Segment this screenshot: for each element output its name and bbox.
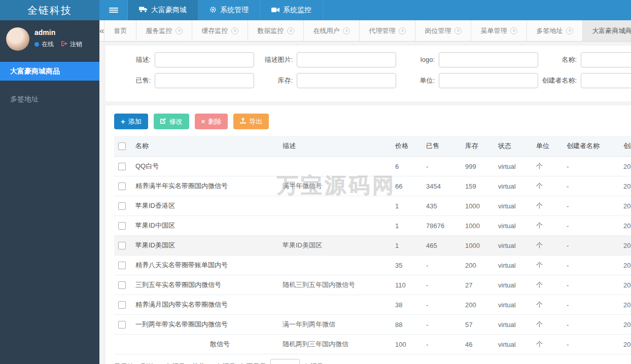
cell-unit: 个 <box>532 335 563 354</box>
form-field: 单位: <box>398 73 540 88</box>
tab-bar: « 首页 × 服务监控 × 缓存监控 × 数据监控 × 在线用户 × 代理管理 … <box>99 20 631 42</box>
cell-creator: - <box>563 196 619 216</box>
form-field-label: 已售: <box>114 77 151 85</box>
column-header[interactable]: 描述 <box>278 136 391 157</box>
table-row[interactable]: 三到五年实名带圈国内微信号 随机三到五年国内微信号 110 - 27 virtu… <box>114 275 631 295</box>
cell-name: 苹果ID中国区 <box>131 216 278 236</box>
sidebar-menu-item[interactable]: 多签地址 <box>0 90 99 108</box>
form-field-input[interactable] <box>581 52 631 67</box>
form-field-input[interactable] <box>155 52 254 67</box>
row-checkbox[interactable] <box>118 242 126 249</box>
column-header[interactable]: 创建者名称 <box>563 136 619 157</box>
row-checkbox[interactable] <box>118 262 126 269</box>
hamburger-icon <box>109 7 118 14</box>
cell-unit: 个 <box>532 236 563 256</box>
form-field-input[interactable] <box>439 52 538 67</box>
tab-close-icon[interactable]: × <box>343 27 350 34</box>
row-checkbox[interactable] <box>118 222 126 230</box>
tab-close-icon[interactable]: × <box>399 27 406 34</box>
tabs-scroll-left-button[interactable]: « <box>99 20 104 41</box>
column-header[interactable]: 已售 <box>422 136 461 157</box>
form-field-input[interactable] <box>155 73 254 88</box>
cell-sold: 465 <box>422 236 461 256</box>
column-header[interactable]: 库存 <box>461 136 494 157</box>
cell-price: 1 <box>391 216 422 236</box>
cell-stock: 159 <box>461 176 494 196</box>
cell-created: 20 <box>619 157 631 176</box>
table-row[interactable]: 一到两年带实名带圈国内微信号 满一年到两年微信 88 - 57 virtual … <box>114 315 631 335</box>
tab[interactable]: 缓存监控 × <box>192 20 248 41</box>
table-row[interactable]: 精养满半年实名带圈国内微信号 满半年微信号 66 3454 159 virtua… <box>114 176 631 196</box>
sidebar-menu-item[interactable]: 大富豪商城商品 <box>0 62 99 81</box>
tab[interactable]: 在线用户 × <box>304 20 360 41</box>
table-row[interactable]: 苹果ID中国区 1 78676 1000 virtual 个 - 20 <box>114 216 631 236</box>
table-row[interactable]: 苹果ID香港区 1 435 1000 virtual 个 - 20 <box>114 196 631 216</box>
cell-name: 精养满半年实名带圈国内微信号 <box>131 176 278 196</box>
tab[interactable]: 岗位管理 × <box>415 20 471 41</box>
export-button[interactable]: 导出 <box>233 114 269 129</box>
delete-button[interactable]: × 删除 <box>195 114 228 129</box>
row-checkbox[interactable] <box>118 301 126 309</box>
nav-item-system-monitor[interactable]: 系统监控 <box>260 0 323 20</box>
column-header[interactable]: 创建时间 <box>619 136 631 157</box>
column-header[interactable]: 名称 <box>131 136 278 157</box>
nav-item-system-admin[interactable]: 系统管理 <box>198 0 260 20</box>
tab[interactable]: 多签地址 × <box>527 20 583 41</box>
tab-close-icon[interactable]: × <box>566 27 573 34</box>
edit-button[interactable]: 修改 <box>154 114 189 129</box>
cell-stock: 999 <box>461 157 494 176</box>
row-checkbox[interactable] <box>118 163 126 170</box>
column-header[interactable]: 状态 <box>494 136 532 157</box>
cell-creator: - <box>563 335 619 354</box>
tab[interactable]: 代理管理 × <box>360 20 415 41</box>
tab-close-icon[interactable]: × <box>176 27 183 34</box>
row-checkbox[interactable] <box>118 202 126 210</box>
tab[interactable]: 数据监控 × <box>248 20 304 41</box>
sidebar-menu: 大富豪商城商品 多签地址 <box>0 62 99 108</box>
row-checkbox[interactable] <box>118 281 126 289</box>
online-status-label: 在线 <box>42 40 54 49</box>
row-checkbox[interactable] <box>118 183 126 190</box>
cell-stock: 46 <box>461 335 494 354</box>
table-row[interactable]: 散信号 随机两到三年国内微信 100 - 46 virtual 个 - 20 <box>114 335 631 354</box>
logout-button[interactable]: 注销 <box>61 40 82 49</box>
form-field-label: 描述图片: <box>256 56 293 64</box>
nav-item-mall[interactable]: 大富豪商城 <box>128 0 198 20</box>
tab-close-icon[interactable]: × <box>454 27 462 34</box>
plus-icon: + <box>121 118 125 125</box>
tab[interactable]: 服务监控 × <box>136 20 192 41</box>
form-field-input[interactable] <box>297 73 396 88</box>
cell-price: 88 <box>391 315 422 335</box>
cell-status: virtual <box>494 196 532 216</box>
form-field-input[interactable] <box>297 52 396 67</box>
tab-close-icon[interactable]: × <box>231 27 238 34</box>
page-size-select[interactable]: 10 ▼ <box>270 359 300 364</box>
cell-creator: - <box>563 176 619 196</box>
edit-icon <box>160 118 166 125</box>
form-field-input[interactable] <box>439 73 538 88</box>
cell-description: 苹果ID美国区 <box>278 236 391 256</box>
cell-unit: 个 <box>532 176 563 196</box>
form-field-input[interactable] <box>581 73 631 88</box>
table-row[interactable]: 精养满月国内带实名带圈微信号 38 - 200 virtual 个 - 20 <box>114 295 631 315</box>
table-body: QQ白号 6 - 999 virtual 个 - 20 精养满半年实名带圈国内微… <box>114 157 631 354</box>
column-header[interactable]: 价格 <box>391 136 422 157</box>
avatar[interactable] <box>6 27 29 51</box>
video-icon <box>271 6 279 14</box>
table-row[interactable]: 苹果ID美国区 苹果ID美国区 1 465 1000 virtual 个 - 2… <box>114 236 631 256</box>
cell-description: 满半年微信号 <box>278 176 391 196</box>
tab[interactable]: 大富豪商城商品 × <box>583 20 631 41</box>
row-checkbox[interactable] <box>118 321 126 329</box>
sidebar-toggle-button[interactable] <box>99 0 128 20</box>
select-all-checkbox[interactable] <box>118 142 126 150</box>
tab-close-icon[interactable]: × <box>510 27 517 34</box>
cell-creator: - <box>563 295 619 315</box>
tab[interactable]: 菜单管理 × <box>471 20 527 41</box>
table-row[interactable]: 精养八天实名带圈带账单国内号 35 - 200 virtual 个 - 20 <box>114 256 631 275</box>
tab-close-icon[interactable]: × <box>287 27 294 34</box>
cell-created: 20 <box>619 176 631 196</box>
add-button[interactable]: + 添加 <box>114 114 148 129</box>
tab[interactable]: 首页 × <box>104 20 136 41</box>
column-header[interactable]: 单位 <box>532 136 563 157</box>
table-row[interactable]: QQ白号 6 - 999 virtual 个 - 20 <box>114 157 631 176</box>
